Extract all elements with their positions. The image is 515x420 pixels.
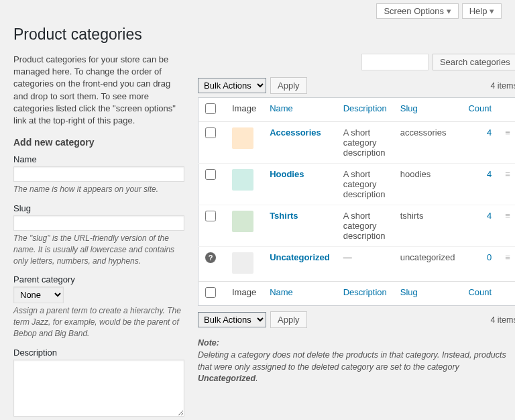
bulk-apply-bottom-button[interactable]: Apply — [270, 311, 307, 328]
footer-name-sort[interactable]: Name — [270, 287, 293, 297]
footer-count-sort[interactable]: Count — [468, 287, 492, 297]
page-title: Product categories — [13, 25, 502, 44]
table-row[interactable]: AccessoriesA short category descriptiona… — [198, 122, 516, 164]
footer-image: Image — [225, 282, 263, 306]
row-checkbox[interactable] — [205, 169, 216, 180]
category-name-link[interactable]: Tshirts — [270, 211, 298, 221]
name-input[interactable] — [13, 166, 184, 182]
category-name-link[interactable]: Accessories — [270, 127, 321, 138]
row-checkbox[interactable] — [205, 211, 216, 221]
desc-textarea[interactable] — [13, 360, 184, 417]
select-all-checkbox[interactable] — [205, 103, 216, 114]
desc-label: Description — [13, 348, 184, 358]
category-desc: A short category description — [337, 122, 394, 164]
footer-slug-sort[interactable]: Slug — [400, 287, 418, 297]
note-label: Note: — [198, 338, 219, 348]
category-count-link[interactable]: 4 — [487, 127, 492, 138]
category-count-link[interactable]: 4 — [487, 169, 492, 179]
header-desc-sort[interactable]: Description — [343, 103, 387, 113]
note-text: Deleting a category does not delete the … — [198, 350, 515, 385]
category-count-link[interactable]: 4 — [487, 211, 492, 221]
category-desc: A short category description — [337, 205, 394, 247]
items-count-bottom: 4 items — [490, 315, 515, 325]
category-slug: hoodies — [394, 164, 462, 205]
drag-handle-icon[interactable]: ≡ — [498, 205, 515, 247]
drag-handle-icon[interactable]: ≡ — [498, 122, 515, 164]
bulk-actions-bottom-select[interactable]: Bulk Actions — [198, 312, 266, 327]
category-thumbnail — [232, 169, 253, 191]
header-slug-sort[interactable]: Slug — [400, 103, 418, 113]
search-button[interactable]: Search categories — [433, 54, 515, 70]
category-count-link[interactable]: 0 — [487, 252, 492, 262]
category-slug: accessories — [394, 122, 462, 164]
screen-options-button[interactable]: Screen Options — [376, 3, 458, 19]
category-slug: tshirts — [394, 205, 462, 247]
category-name-link[interactable]: Hoodies — [270, 169, 304, 179]
bulk-apply-top-button[interactable]: Apply — [270, 77, 307, 94]
parent-label: Parent category — [13, 274, 184, 284]
form-heading: Add new category — [13, 137, 184, 148]
category-name-link[interactable]: Uncategorized — [270, 252, 330, 262]
header-name-sort[interactable]: Name — [270, 103, 293, 113]
category-desc: A short category description — [337, 164, 394, 205]
drag-handle-icon[interactable]: ≡ — [498, 247, 515, 282]
slug-input[interactable] — [13, 215, 184, 231]
info-icon: ? — [205, 252, 216, 263]
header-image: Image — [225, 98, 263, 122]
items-count-top: 4 items — [490, 81, 515, 91]
table-row[interactable]: HoodiesA short category descriptionhoodi… — [198, 164, 516, 205]
footer-desc-sort[interactable]: Description — [343, 287, 387, 297]
slug-help: The "slug" is the URL-friendly version o… — [13, 233, 184, 266]
category-desc: — — [337, 247, 394, 282]
categories-table: Image Name Description Slug Count Access… — [198, 97, 515, 306]
row-checkbox[interactable] — [205, 127, 216, 138]
parent-help: Assign a parent term to create a hierarc… — [13, 305, 184, 339]
help-button[interactable]: Help — [462, 3, 502, 19]
table-row[interactable]: TshirtsA short category descriptiontshir… — [198, 205, 516, 247]
name-label: Name — [13, 154, 184, 164]
category-thumbnail — [232, 127, 253, 149]
slug-label: Slug — [13, 203, 184, 213]
intro-text: Product categories for your store can be… — [13, 54, 184, 127]
category-thumbnail — [232, 252, 253, 274]
parent-select[interactable]: None — [13, 286, 64, 303]
bulk-actions-top-select[interactable]: Bulk Actions — [198, 78, 266, 93]
category-slug: uncategorized — [394, 247, 462, 282]
drag-handle-icon[interactable]: ≡ — [498, 164, 515, 205]
name-help: The name is how it appears on your site. — [13, 184, 184, 195]
category-thumbnail — [232, 211, 253, 232]
select-all-checkbox-foot[interactable] — [205, 287, 216, 298]
search-input[interactable] — [361, 54, 428, 70]
table-row[interactable]: ?Uncategorized—uncategorized0≡ — [198, 247, 516, 282]
header-count-sort[interactable]: Count — [468, 103, 492, 113]
